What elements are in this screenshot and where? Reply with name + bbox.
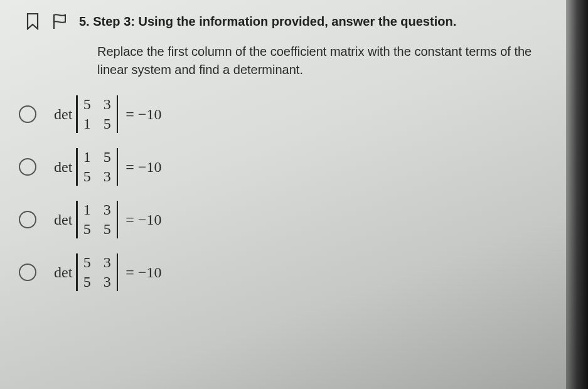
bar-right — [117, 253, 119, 291]
bar-left — [76, 201, 78, 238]
option-expression: det 1 3 5 5 = −10 — [54, 200, 161, 239]
cell: 5 — [102, 115, 112, 132]
question-instruction: Replace the first column of the coeffici… — [97, 43, 550, 79]
det-label: det — [54, 159, 72, 176]
cell: 1 — [82, 115, 92, 132]
matrix-delimiter: 5 3 5 3 — [76, 253, 118, 292]
matrix-grid: 1 5 5 3 — [81, 147, 114, 186]
matrix-delimiter: 5 3 1 5 — [76, 95, 118, 134]
det-label: det — [54, 106, 72, 123]
result: = −10 — [126, 106, 161, 123]
cell: 3 — [102, 254, 112, 271]
question-number: 5. — [79, 14, 90, 28]
option-expression: det 1 5 5 3 = −10 — [54, 147, 161, 186]
cell: 5 — [82, 221, 92, 238]
cell: 5 — [82, 254, 92, 271]
bar-left — [76, 253, 78, 291]
option-row[interactable]: det 1 3 5 5 = −10 — [19, 200, 550, 239]
option-row[interactable]: det 5 3 5 3 = −10 — [19, 253, 550, 292]
cell: 3 — [102, 274, 112, 290]
radio-option-1[interactable] — [19, 105, 36, 123]
cell: 1 — [82, 149, 92, 166]
screen-edge-shadow — [566, 0, 588, 389]
bar-left — [76, 148, 78, 186]
cell: 3 — [102, 168, 112, 185]
det-label: det — [54, 211, 72, 228]
result: = −10 — [126, 264, 161, 281]
option-row[interactable]: det 1 5 5 3 = −10 — [19, 147, 550, 186]
radio-option-4[interactable] — [19, 264, 36, 281]
result: = −10 — [126, 159, 161, 176]
cell: 5 — [102, 149, 112, 166]
radio-option-2[interactable] — [19, 158, 36, 176]
option-expression: det 5 3 5 3 = −10 — [54, 253, 161, 292]
options-list: det 5 3 1 5 = −10 det — [19, 95, 550, 292]
option-row[interactable]: det 5 3 1 5 = −10 — [19, 95, 550, 134]
question-header: 5. Step 3: Using the information provide… — [16, 13, 550, 30]
cell: 5 — [82, 274, 92, 290]
det-label: det — [54, 264, 72, 281]
radio-option-3[interactable] — [19, 211, 36, 228]
result: = −10 — [126, 211, 161, 228]
bookmark-icon[interactable] — [25, 13, 40, 30]
cell: 5 — [82, 168, 92, 185]
question-title: 5. Step 3: Using the information provide… — [79, 14, 456, 29]
matrix-grid: 5 3 1 5 — [81, 95, 114, 134]
flag-icon[interactable] — [51, 13, 68, 30]
cell: 3 — [102, 201, 112, 218]
matrix-delimiter: 1 5 5 3 — [76, 147, 118, 186]
cell: 1 — [82, 201, 92, 218]
cell: 5 — [82, 96, 92, 113]
bar-left — [76, 95, 78, 133]
matrix-delimiter: 1 3 5 5 — [76, 200, 118, 239]
matrix-grid: 1 3 5 5 — [81, 200, 114, 239]
bar-right — [117, 201, 119, 238]
matrix-grid: 5 3 5 3 — [81, 253, 114, 292]
question-step-title: Step 3: Using the information provided, … — [93, 14, 456, 28]
option-expression: det 5 3 1 5 = −10 — [54, 95, 161, 134]
cell: 3 — [102, 96, 112, 113]
bar-right — [117, 148, 119, 186]
cell: 5 — [102, 221, 112, 238]
bar-right — [117, 95, 119, 133]
